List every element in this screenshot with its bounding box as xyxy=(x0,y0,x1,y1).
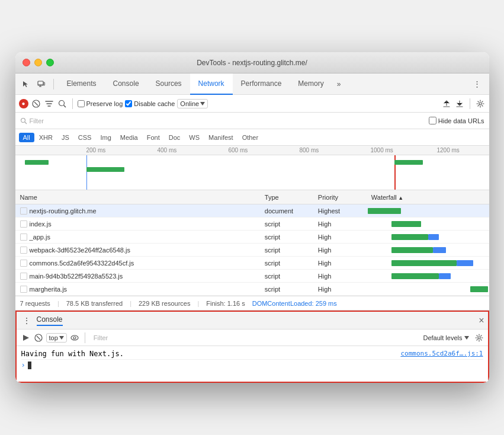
menu-icon[interactable]: ⋮ xyxy=(471,78,483,90)
console-run-button[interactable] xyxy=(20,332,31,343)
top-toolbar: Elements Console Sources Network Perform… xyxy=(15,73,489,95)
console-toolbar-sep xyxy=(85,332,85,343)
table-row[interactable]: _app.js script High xyxy=(15,231,489,244)
svg-point-9 xyxy=(479,103,481,105)
svg-point-15 xyxy=(73,337,76,339)
th-priority[interactable]: Priority xyxy=(313,194,367,201)
td-type: script xyxy=(260,220,313,228)
mark-200ms: 200 ms xyxy=(86,147,106,153)
online-select[interactable]: Online xyxy=(177,99,208,108)
wf-bar-blue xyxy=(433,247,446,253)
device-icon[interactable] xyxy=(36,78,47,90)
filter-icon[interactable] xyxy=(44,98,54,109)
filter-input-area[interactable]: Filter xyxy=(20,117,44,124)
console-context-select[interactable]: top xyxy=(46,333,67,343)
sep1: | xyxy=(57,300,59,307)
table-row[interactable]: commons.5cd2a6fe9543322d45cf.js script H… xyxy=(15,257,489,270)
console-drag-handle[interactable]: ⋮ xyxy=(20,316,33,325)
console-toolbar: top Filter Default levels xyxy=(17,330,488,346)
hide-data-urls-input[interactable] xyxy=(429,117,436,124)
table-row[interactable]: margherita.js script High xyxy=(15,283,489,296)
tab-console[interactable]: Console xyxy=(105,73,147,95)
type-btn-all[interactable]: All xyxy=(19,133,34,142)
tab-performance[interactable]: Performance xyxy=(233,73,290,95)
th-waterfall[interactable]: Waterfall xyxy=(367,194,489,201)
console-settings-icon[interactable] xyxy=(474,332,484,343)
minimize-button[interactable] xyxy=(34,59,42,66)
download-icon[interactable] xyxy=(454,98,465,109)
tc-bar-1 xyxy=(25,160,49,165)
more-tabs-button[interactable]: » xyxy=(332,73,346,95)
status-bar: 7 requests | 78.5 KB transferred | 229 K… xyxy=(15,296,489,311)
tab-memory[interactable]: Memory xyxy=(290,73,332,95)
console-eye-button[interactable] xyxy=(69,332,80,343)
type-btn-css[interactable]: CSS xyxy=(74,133,96,142)
type-btn-img[interactable]: Img xyxy=(96,133,115,142)
tab-sources[interactable]: Sources xyxy=(147,73,190,95)
wf-bar-green xyxy=(391,273,439,279)
type-btn-media[interactable]: Media xyxy=(116,133,142,142)
table-row[interactable]: webpack-3df6523e264ff2ac6548.js script H… xyxy=(15,244,489,257)
devtools-body: Elements Console Sources Network Perform… xyxy=(15,73,489,383)
console-default-levels[interactable]: Default levels xyxy=(420,333,471,343)
td-priority: High xyxy=(313,273,367,280)
table-row[interactable]: nextjs-routing.glitch.me document Highes… xyxy=(15,204,489,218)
console-panel: ⋮ Console × top xyxy=(15,311,489,383)
chevron-down-icon xyxy=(59,336,64,340)
type-btn-doc[interactable]: Doc xyxy=(165,133,185,142)
toolbar-sep-3 xyxy=(470,98,470,109)
console-close-button[interactable]: × xyxy=(479,316,484,325)
close-button[interactable] xyxy=(23,59,30,66)
clear-button[interactable] xyxy=(31,98,41,109)
preserve-log-checkbox[interactable]: Preserve log xyxy=(78,100,123,107)
table-row[interactable]: index.js script High xyxy=(15,218,489,231)
file-icon xyxy=(20,260,27,267)
td-priority: High xyxy=(313,220,367,228)
td-name: margherita.js xyxy=(15,286,260,293)
timeline-blue-line xyxy=(86,155,88,190)
td-priority: Highest xyxy=(313,207,367,215)
th-type[interactable]: Type xyxy=(260,194,313,201)
console-prompt[interactable]: › xyxy=(21,360,483,370)
prompt-arrow: › xyxy=(21,361,25,369)
finish-time: Finish: 1.16 s xyxy=(206,300,245,307)
sep3: | xyxy=(197,300,199,307)
maximize-button[interactable] xyxy=(46,59,54,66)
record-button[interactable]: ● xyxy=(19,99,28,108)
preserve-log-input[interactable] xyxy=(78,100,85,107)
console-clear-button[interactable] xyxy=(33,332,44,343)
td-name: commons.5cd2a6fe9543322d45cf.js xyxy=(15,260,260,267)
file-icon xyxy=(20,247,27,254)
type-btn-other[interactable]: Other xyxy=(238,133,263,142)
file-icon xyxy=(20,220,27,228)
file-icon xyxy=(20,234,27,241)
settings-icon[interactable] xyxy=(475,98,486,109)
tab-network[interactable]: Network xyxy=(190,73,233,95)
disable-cache-input[interactable] xyxy=(125,100,132,107)
upload-icon[interactable] xyxy=(441,98,452,109)
title-bar: DevTools - nextjs-routing.glitch.me/ xyxy=(15,52,489,73)
hide-data-urls-checkbox[interactable]: Hide data URLs xyxy=(429,117,484,124)
tab-elements[interactable]: Elements xyxy=(59,73,105,95)
console-tab[interactable]: Console xyxy=(37,315,63,326)
type-btn-ws[interactable]: WS xyxy=(185,133,204,142)
cursor-icon[interactable] xyxy=(20,78,32,90)
console-filter-input[interactable]: Filter xyxy=(90,333,419,343)
th-name[interactable]: Name xyxy=(15,194,260,201)
svg-line-11 xyxy=(25,122,27,124)
td-waterfall xyxy=(367,218,489,231)
td-waterfall xyxy=(367,257,489,270)
table-row[interactable]: main-9d4b3b522f54928a5523.js script High xyxy=(15,270,489,283)
prompt-cursor xyxy=(28,362,31,369)
wf-bar-green xyxy=(391,260,457,266)
traffic-lights xyxy=(23,59,54,66)
type-btn-manifest[interactable]: Manifest xyxy=(204,133,237,142)
wf-bar-blue xyxy=(457,260,473,266)
type-btn-js[interactable]: JS xyxy=(57,133,73,142)
type-btn-font[interactable]: Font xyxy=(143,133,164,142)
console-log-source[interactable]: commons.5cd2a6f….js:1 xyxy=(400,350,483,357)
wf-bar xyxy=(391,221,421,227)
disable-cache-checkbox[interactable]: Disable cache xyxy=(125,100,175,107)
search-icon[interactable] xyxy=(57,98,68,109)
type-btn-xhr[interactable]: XHR xyxy=(35,133,57,142)
